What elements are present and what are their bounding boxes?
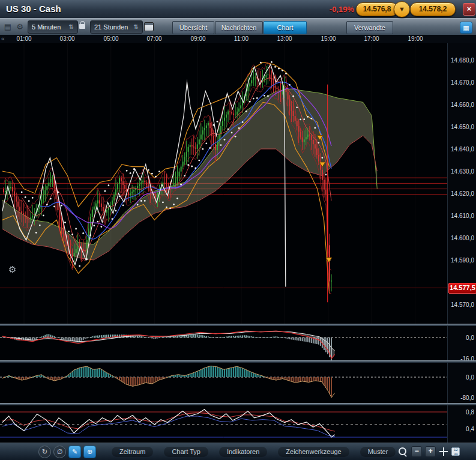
zeitraum-button[interactable]: Zeitraum [112,447,153,457]
price-label: 14.570,0 [451,301,474,308]
close-button[interactable]: × [463,3,475,16]
interval-value: 5 Minuten [32,23,61,31]
price-axis[interactable]: 14.680,0 14.670,0 14.660,0 14.650,0 14.6… [447,43,476,443]
tab-label: Chart [277,24,294,31]
panel3-mid-label: 0,4 [466,426,474,432]
list-icon: ▤ [4,22,11,31]
time-label: 05:00 [101,35,121,42]
tab-label: Verwandte [354,24,385,31]
erase-icon: ∅ [57,448,63,455]
down-arrow-icon: ▼ [399,5,405,13]
tab-nachrichten[interactable]: Nachrichten [215,21,263,34]
plus-icon: + [429,447,433,455]
tab-label: Nachrichten [221,24,257,31]
instrument-title: US 30 - Cash [6,4,61,14]
price-label: 14.650,0 [451,124,474,130]
close-icon: × [467,4,472,13]
zeichenwerkzeuge-button[interactable]: Zeichenwerkzeuge [278,447,349,457]
calendar-icon[interactable] [144,22,154,31]
muster-button[interactable]: Muster [360,447,396,457]
price-chart-area[interactable]: ⚙ [0,43,447,324]
zoom-out-button[interactable]: − [411,446,422,457]
price-label: 14.660,0 [451,101,474,108]
instrument-list-icon[interactable]: ▤ [2,22,13,32]
clear-drawings-button[interactable]: ∅ [53,446,66,458]
panel-splitter[interactable] [0,324,476,326]
gear-icon: ⚙ [8,264,16,274]
reset-view-button[interactable]: ↻ [38,446,51,458]
interval-dropdown[interactable]: 5 Minuten⇅ [28,20,78,34]
panel-splitter[interactable] [0,403,476,405]
sell-price-button[interactable]: 14.576,8 [356,2,398,16]
pan-tool-icon[interactable] [439,447,448,456]
price-label: 14.640,0 [451,146,474,153]
indikatoren-button[interactable]: Indikatoren [219,447,267,457]
buy-price: 14.578,2 [419,5,447,13]
panel-splitter[interactable] [0,360,476,363]
tab-verwandte[interactable]: Verwandte [346,21,393,34]
refresh-icon: ↻ [42,448,47,455]
time-label: 07:00 [144,35,164,42]
current-price: 14.577,5 [450,284,475,291]
zoom-tools: − + 1234 [398,446,460,457]
data-table-icon[interactable]: 1234 [451,447,460,456]
price-label: 14.610,0 [451,213,474,219]
time-label: 09:00 [188,35,208,42]
panel3-high-label: 0,8 [466,409,474,416]
crosshair-icon: ⊕ [87,448,92,455]
time-label: 15:00 [318,35,339,42]
price-label: 14.590,0 [451,257,474,264]
time-label: 19:00 [405,35,426,42]
price-label: 14.670,0 [451,79,474,86]
time-label: 01:00 [14,35,34,42]
time-label: 13:00 [274,35,295,42]
spinner-icon: ⇅ [134,21,139,33]
minus-icon: − [415,447,419,455]
price-label: 14.620,0 [451,190,474,197]
duration-dropdown[interactable]: 21 Stunden⇅ [90,20,143,34]
panel2-zero-label: 0,0 [466,374,474,381]
bottom-toolbar: ↻ ∅ ✎ ⊕ Zeitraum Chart Typ Indikatoren Z… [0,443,476,460]
tab-uebersicht[interactable]: Übersicht [172,21,214,34]
settings-gear-icon[interactable]: ⚙ [14,22,25,32]
draw-mode-button[interactable]: ✎ [68,446,81,458]
duration-value: 21 Stunden [94,23,128,31]
sell-price: 14.576,8 [363,5,391,13]
price-chart-canvas[interactable] [0,43,447,324]
chart-typ-button[interactable]: Chart Typ [164,447,208,457]
chart-window-icon[interactable]: ▦ [460,22,472,34]
tab-label: Übersicht [179,24,207,31]
panel1-zero-label: 0,0 [466,334,474,341]
current-price-badge: 14.577,5 [448,283,476,294]
change-percent: -0,19% [312,5,354,14]
time-label: 11:00 [231,35,252,42]
digits: 1234 [454,448,458,456]
time-label: 03:00 [57,35,77,42]
panel2-low-label: -80,0 [460,395,474,401]
macd-panel-canvas[interactable] [0,325,447,360]
scroll-back-icon[interactable]: « [1,35,5,42]
grid-icon: ▦ [463,24,469,31]
time-label: 17:00 [361,35,382,42]
zoom-icon[interactable] [398,447,408,457]
buy-price-button[interactable]: 14.578,2 [410,2,456,16]
spinner-icon: ⇅ [69,21,74,33]
price-direction-icon: ▼ [394,1,410,17]
lock-icon[interactable] [79,24,85,29]
stochastic-panel-canvas[interactable] [0,405,447,443]
oscillator-panel-canvas[interactable] [0,362,447,403]
gear-icon: ⚙ [16,22,23,31]
time-axis: « 01:00 03:00 05:00 07:00 09:00 11:00 13… [0,35,476,44]
price-label: 14.680,0 [451,57,474,64]
trading-window: US 30 - Cash -0,19% 14.576,8 ▼ 14.578,2 … [0,0,476,460]
pencil-icon: ✎ [72,448,77,455]
tab-chart[interactable]: Chart [264,21,307,34]
price-label: 14.600,0 [451,235,474,241]
zoom-in-button[interactable]: + [425,446,436,457]
chart-settings-icon[interactable]: ⚙ [8,264,16,275]
crosshair-mode-button[interactable]: ⊕ [83,446,96,458]
title-bar: US 30 - Cash -0,19% 14.576,8 ▼ 14.578,2 … [0,0,476,19]
chart-toolbar: ▤ ⚙ 5 Minuten⇅ 21 Stunden⇅ Übersicht Nac… [0,18,476,36]
price-label: 14.630,0 [451,168,474,175]
